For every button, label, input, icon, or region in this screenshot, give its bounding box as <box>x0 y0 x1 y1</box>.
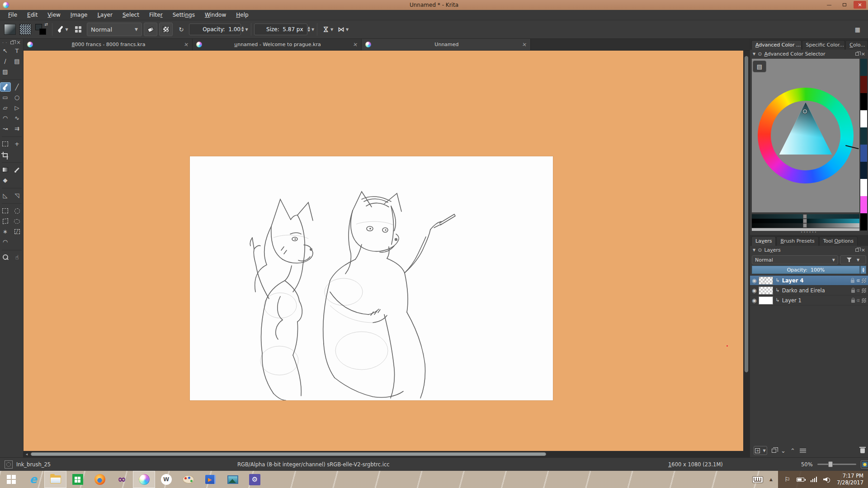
menu-image[interactable]: Image <box>66 11 92 19</box>
alpha-lock-icon[interactable]: α <box>857 297 860 303</box>
volume-icon[interactable] <box>823 477 830 483</box>
taskbar-paint[interactable] <box>177 471 199 488</box>
taskbar-file-explorer[interactable] <box>44 471 66 488</box>
advanced-color-selector[interactable]: ▤ <box>750 58 868 231</box>
menu-layer[interactable]: Layer <box>93 11 117 19</box>
opacity-slider[interactable]: Opacity: 1.00 <box>189 23 241 35</box>
line-tool[interactable]: ╱ <box>12 82 23 92</box>
collapse-icon[interactable]: ▼ <box>753 248 755 252</box>
contiguous-select-tool[interactable]: ∗ <box>0 227 11 236</box>
move-layer-up-button[interactable]: ⌃ <box>790 447 795 454</box>
zoom-slider[interactable] <box>817 464 856 465</box>
tab-advanced-color[interactable]: Advanced Color ... <box>751 40 802 50</box>
layer-visibility-icon[interactable]: ◉ <box>752 297 756 304</box>
battery-icon[interactable] <box>797 478 804 482</box>
inherit-alpha-icon[interactable] <box>862 278 866 283</box>
brush-preview-icon[interactable] <box>5 460 13 469</box>
bezier-select-tool[interactable]: ◠ <box>0 237 11 247</box>
layer-row[interactable]: ◉↳Layer 1α <box>750 296 868 305</box>
brush-preset-name[interactable]: Ink_brush_25 <box>16 461 51 468</box>
layer-thumbnail[interactable] <box>759 286 773 295</box>
canvas-document[interactable] <box>190 156 553 400</box>
document-tab-3[interactable]: Unnamed✕ <box>362 39 531 50</box>
lock-icon[interactable] <box>851 300 855 303</box>
move-tool[interactable]: + <box>12 139 23 149</box>
mirror-vertical-button[interactable]: ⋈▼ <box>336 23 350 36</box>
history-swatch[interactable] <box>860 213 867 230</box>
fill-tool[interactable]: ◆ <box>0 175 11 185</box>
multibrush-tool[interactable]: ⇉ <box>12 124 23 133</box>
opacity-spinner[interactable]: ▲▼ <box>241 26 244 33</box>
tab-brush-presets[interactable]: Brush Presets <box>776 236 818 246</box>
close-button[interactable]: × <box>854 1 866 9</box>
menu-select[interactable]: Select <box>118 11 144 19</box>
gradient-chooser-button[interactable] <box>3 23 17 36</box>
scroll-left-icon[interactable]: ◂ <box>24 452 30 456</box>
menu-help[interactable]: Help <box>231 11 253 19</box>
elliptical-select-tool[interactable] <box>12 206 23 216</box>
layer-filter-button[interactable]: ▼ <box>840 255 866 264</box>
outline-select-tool[interactable] <box>12 216 23 226</box>
workspace-chooser-button[interactable]: ▦ <box>851 23 864 36</box>
preserve-alpha-button[interactable] <box>159 23 173 36</box>
shade-strip-3[interactable] <box>752 223 859 228</box>
history-swatch[interactable] <box>860 110 867 127</box>
similar-select-tool[interactable]: ╱ <box>12 227 23 236</box>
pattern-chooser-button[interactable] <box>19 23 32 36</box>
polygon-tool[interactable]: ▱ <box>0 103 11 113</box>
mirror-horizontal-button[interactable]: ⋈▼ <box>321 23 335 36</box>
taskbar-settings[interactable]: ⚙ <box>244 471 266 488</box>
taskbar-visual-studio[interactable]: ∞ <box>111 471 133 488</box>
layer-opacity-slider[interactable]: Opacity: 100% <box>752 266 860 274</box>
edit-gradient-tool[interactable]: ▤ <box>12 56 23 66</box>
background-color-swatch[interactable] <box>39 28 46 35</box>
close-tab-icon[interactable]: ✕ <box>184 41 189 48</box>
delete-layer-button[interactable] <box>860 448 865 453</box>
polygonal-select-tool[interactable] <box>0 216 11 226</box>
vertical-scrollbar[interactable] <box>743 51 750 457</box>
action-center-flag-icon[interactable]: ⚐ <box>784 476 790 483</box>
layer-properties-button[interactable] <box>800 448 806 453</box>
taskbar-firefox[interactable] <box>89 471 111 488</box>
eraser-mode-button[interactable] <box>144 23 157 36</box>
chevron-down-icon[interactable]: ▼ <box>311 28 314 32</box>
canvas-mode-button[interactable] <box>861 460 868 469</box>
layer-row[interactable]: ◉↳Darko and Eirelaα <box>750 286 868 296</box>
move-layer-down-button[interactable]: ⌄ <box>781 447 786 454</box>
canvas-area[interactable] <box>24 51 743 451</box>
bezier-curve-tool[interactable]: ◠ <box>0 113 11 123</box>
horizontal-scrollbar[interactable]: ◂ <box>24 451 743 457</box>
gradient-tool[interactable] <box>0 165 11 174</box>
freehand-path-tool[interactable]: ∿ <box>12 113 23 123</box>
duplicate-layer-button[interactable] <box>772 449 776 453</box>
menu-file[interactable]: File <box>4 11 22 19</box>
horizontal-scroll-thumb[interactable] <box>31 452 546 456</box>
ellipse-tool[interactable]: ○ <box>12 93 23 102</box>
pan-tool[interactable]: ☝ <box>12 253 23 262</box>
freehand-brush-tool[interactable] <box>0 82 11 92</box>
chevron-down-icon[interactable]: ▼ <box>245 28 248 32</box>
selector-settings-button[interactable]: ▤ <box>753 61 766 72</box>
tab-specific-color[interactable]: Specific Color... <box>802 40 845 50</box>
vertical-scroll-thumb[interactable] <box>745 56 748 372</box>
taskbar-windows-store[interactable] <box>66 471 89 488</box>
colorspace-label[interactable]: RGB/Alpha (8-bit integer/channel) sRGB-e… <box>237 461 390 468</box>
drag-handle[interactable]: - - <box>2 41 7 45</box>
polyline-tool[interactable]: ▷ <box>12 103 23 113</box>
menu-settings[interactable]: Settings <box>168 11 199 19</box>
close-tab-icon[interactable]: ✕ <box>522 41 527 48</box>
history-swatch[interactable] <box>860 76 867 93</box>
taskbar-krita[interactable] <box>133 471 155 488</box>
shade-handle[interactable] <box>803 219 807 223</box>
menu-window[interactable]: Window <box>200 11 231 19</box>
reload-preset-button[interactable]: ↻ <box>175 23 188 36</box>
close-docker-icon[interactable]: × <box>861 51 865 57</box>
float-docker-icon[interactable] <box>855 52 859 56</box>
lock-icon[interactable] <box>851 280 854 283</box>
touch-keyboard-icon[interactable] <box>752 476 763 483</box>
taskbar-start[interactable] <box>0 471 22 488</box>
shade-strip-2[interactable] <box>752 219 859 223</box>
calligraphy-tool[interactable]: ∕ <box>0 56 11 66</box>
layer-name[interactable]: Layer 1 <box>782 297 849 304</box>
pattern-edit-tool[interactable]: ▨ <box>0 67 11 76</box>
